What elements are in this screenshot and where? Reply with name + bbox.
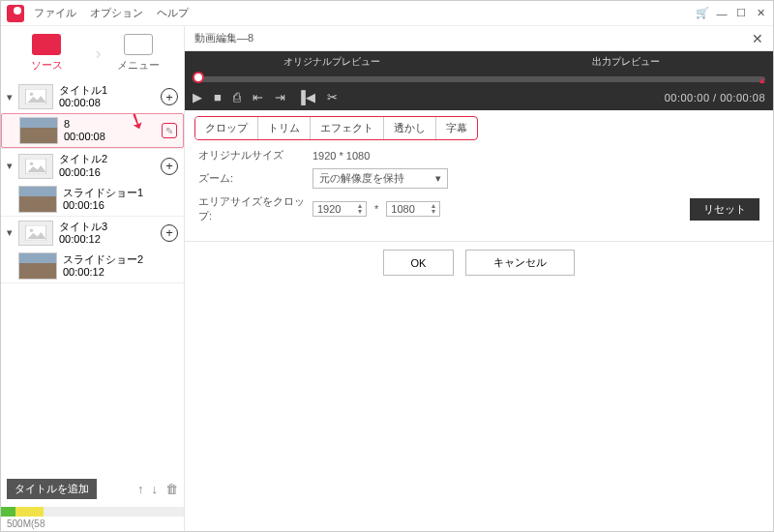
cart-icon[interactable]: 🛒 bbox=[696, 7, 709, 19]
collapse-icon[interactable]: ▾ bbox=[7, 226, 16, 239]
orig-size-value: 1920 * 1080 bbox=[313, 150, 370, 162]
tab-watermark[interactable]: 透かし bbox=[384, 117, 436, 139]
play-icon[interactable]: ▶ bbox=[193, 90, 202, 104]
step-back-icon[interactable]: ▐◀ bbox=[297, 90, 315, 104]
time-display: 00:00:00 / 00:00:08 bbox=[665, 92, 765, 103]
editor-panel: 動画編集—8 ✕ オリジナルプレビュー 出力プレビュー ▴ ▶ ■ ⎙ ⇤ ⇥ … bbox=[185, 26, 773, 531]
group-header[interactable]: ▾ タイトル300:00:12 + bbox=[1, 217, 184, 250]
placeholder-thumb-icon bbox=[18, 221, 53, 246]
capacity-bar bbox=[1, 507, 184, 517]
move-up-icon[interactable]: ↑ bbox=[137, 482, 144, 496]
clip-item[interactable]: 800:00:08 ➘ ✎ bbox=[1, 113, 184, 148]
zoom-label: ズーム: bbox=[198, 171, 305, 186]
preview-original-label: オリジナルプレビュー bbox=[187, 53, 477, 71]
edit-tabs: クロップ トリム エフェクト 透かし 字幕 bbox=[194, 116, 478, 140]
cut-left-icon[interactable]: ⇤ bbox=[253, 90, 263, 104]
clip-text: スライドショー200:00:12 bbox=[63, 253, 178, 279]
close-editor-icon[interactable]: ✕ bbox=[752, 31, 763, 46]
app-logo-icon bbox=[7, 5, 24, 22]
placeholder-thumb-icon bbox=[18, 154, 53, 179]
group-title: タイトル300:00:12 bbox=[59, 221, 161, 246]
menu-help[interactable]: ヘルプ bbox=[157, 6, 189, 20]
menu-tab-icon bbox=[124, 34, 153, 55]
svg-point-1 bbox=[30, 93, 34, 97]
split-icon[interactable]: ✂ bbox=[327, 90, 338, 104]
chevron-down-icon: ▾ bbox=[435, 172, 441, 185]
source-list: ▾ タイトル100:00:08 + 800:00:08 ➘ ✎ ▾ タイトル20 bbox=[1, 80, 184, 475]
clip-text: スライドショー100:00:16 bbox=[63, 187, 178, 212]
edit-clip-button[interactable]: ✎ bbox=[162, 123, 177, 138]
menu-option[interactable]: オプション bbox=[90, 6, 143, 20]
add-clip-button[interactable]: + bbox=[161, 158, 178, 175]
crop-width-input[interactable]: 1920▴▾ bbox=[313, 201, 367, 217]
maximize-icon[interactable]: ☐ bbox=[734, 7, 748, 19]
clip-item[interactable]: スライドショー100:00:16 bbox=[1, 183, 184, 216]
collapse-icon[interactable]: ▾ bbox=[7, 160, 16, 172]
tab-trim[interactable]: トリム bbox=[258, 117, 311, 139]
area-label: エリアサイズをクロップ: bbox=[198, 194, 305, 223]
crop-height-input[interactable]: 1080▴▾ bbox=[386, 201, 440, 217]
trash-icon[interactable]: 🗑 bbox=[165, 482, 178, 496]
menu-file[interactable]: ファイル bbox=[34, 6, 76, 20]
menubar: ファイル オプション ヘルプ 🛒 — ☐ ✕ bbox=[1, 1, 773, 26]
add-title-button[interactable]: タイトルを追加 bbox=[7, 479, 97, 499]
group-header[interactable]: ▾ タイトル100:00:08 + bbox=[1, 80, 184, 113]
multiply-icon: * bbox=[374, 203, 378, 215]
cancel-button[interactable]: キャンセル bbox=[465, 250, 575, 276]
left-pane: ソース › メニュー ▾ タイトル100:00:08 + 800:00:08 bbox=[1, 26, 185, 531]
tab-crop[interactable]: クロップ bbox=[195, 117, 258, 139]
group-title: タイトル200:00:16 bbox=[59, 153, 161, 178]
playhead-handle[interactable] bbox=[193, 72, 204, 83]
capacity-text: 500M(58 bbox=[1, 517, 184, 531]
move-down-icon[interactable]: ↓ bbox=[152, 482, 159, 496]
crop-pane: オリジナルサイズ 1920 * 1080 ズーム: 元の解像度を保持▾ エリアサ… bbox=[185, 140, 773, 237]
preview-output-label: 出力プレビュー bbox=[481, 53, 771, 71]
snapshot-icon[interactable]: ⎙ bbox=[233, 90, 241, 104]
clip-text: 800:00:08 bbox=[64, 118, 162, 143]
add-clip-button[interactable]: + bbox=[161, 224, 178, 242]
ok-button[interactable]: OK bbox=[383, 250, 455, 276]
clip-item[interactable]: スライドショー200:00:12 bbox=[1, 250, 184, 282]
stop-icon[interactable]: ■ bbox=[214, 90, 222, 104]
svg-point-3 bbox=[30, 162, 34, 165]
clip-thumb bbox=[19, 117, 58, 144]
end-marker-icon[interactable]: ▴ bbox=[759, 74, 765, 86]
reset-button[interactable]: リセット bbox=[690, 198, 759, 221]
tab-menu[interactable]: メニュー bbox=[93, 34, 185, 73]
orig-size-label: オリジナルサイズ bbox=[198, 148, 305, 163]
add-clip-button[interactable]: + bbox=[161, 88, 178, 105]
clip-thumb bbox=[18, 186, 57, 213]
group-header[interactable]: ▾ タイトル200:00:16 + bbox=[1, 149, 184, 182]
tab-source[interactable]: ソース › bbox=[1, 34, 93, 73]
cut-right-icon[interactable]: ⇥ bbox=[275, 90, 285, 104]
zoom-select[interactable]: 元の解像度を保持▾ bbox=[313, 168, 448, 189]
minimize-icon[interactable]: — bbox=[715, 8, 729, 19]
tab-subtitle[interactable]: 字幕 bbox=[436, 117, 477, 139]
tab-menu-label: メニュー bbox=[117, 58, 160, 73]
group-title: タイトル100:00:08 bbox=[59, 84, 161, 109]
tab-source-label: ソース bbox=[31, 58, 63, 73]
collapse-icon[interactable]: ▾ bbox=[7, 91, 16, 103]
svg-point-5 bbox=[30, 228, 34, 232]
source-tab-icon bbox=[32, 34, 61, 55]
placeholder-thumb-icon bbox=[18, 84, 53, 109]
timeline[interactable]: ▴ bbox=[185, 73, 773, 84]
editor-title: 動画編集—8 bbox=[194, 31, 253, 45]
tab-effect[interactable]: エフェクト bbox=[311, 117, 384, 139]
clip-thumb bbox=[18, 252, 57, 280]
close-window-icon[interactable]: ✕ bbox=[754, 7, 767, 19]
